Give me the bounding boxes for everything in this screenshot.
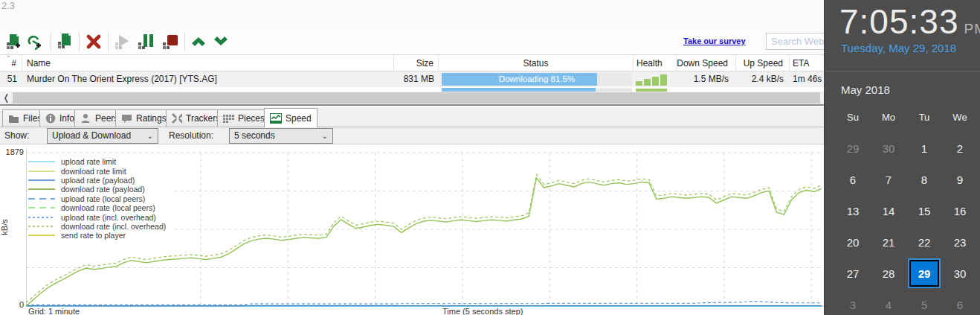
tab-label: Speed — [286, 113, 312, 124]
column-header-eta[interactable]: ETA — [790, 55, 824, 71]
torrent-name: Murder On The Orient Express (2017) [YTS… — [22, 71, 394, 87]
calendar-day[interactable]: 20 — [835, 226, 871, 258]
screen: 2.3 Take our sur — [0, 0, 980, 315]
chart-legend: upload rate limitdownload rate limituplo… — [28, 156, 174, 242]
scrollbar-thumb[interactable] — [13, 92, 820, 104]
speed-chart: 1879 0 kB/s upload rate limitdownload ra… — [0, 144, 824, 315]
column-header-health[interactable]: Health — [634, 55, 677, 71]
status-text: Downloading 81.5% — [442, 73, 632, 86]
add-torrent-button[interactable] — [4, 33, 22, 51]
info-icon — [45, 113, 56, 124]
legend-entry: download rate (payload) — [28, 185, 174, 194]
y-axis-max-label: 1879 — [0, 147, 24, 156]
legend-entry: download rate limit — [28, 166, 174, 175]
calendar-day[interactable]: 3 — [835, 289, 871, 315]
add-torrent-icon — [4, 33, 22, 51]
calendar-day[interactable]: 5 — [906, 289, 942, 315]
move-down-icon — [212, 33, 230, 51]
resolution-label: Resolution: — [169, 130, 213, 141]
weekday-label: Su — [835, 112, 871, 125]
tab-strip: Files Info Peers Ratings Trackers Pieces… — [0, 107, 824, 127]
calendar-day[interactable]: 16 — [942, 195, 978, 226]
column-header-number[interactable]: # — [0, 55, 22, 71]
resolution-dropdown[interactable]: 5 seconds ⌄ — [229, 128, 333, 144]
move-down-button[interactable] — [212, 33, 230, 51]
scroll-left-arrow-icon[interactable]: ❬ — [0, 92, 13, 104]
tab-ratings[interactable]: Ratings — [115, 109, 173, 127]
toolbar-separator — [79, 32, 80, 51]
calendar-day[interactable]: 4 — [871, 289, 906, 315]
toolbar-separator — [108, 32, 109, 51]
legend-label: download rate limit — [61, 167, 126, 176]
toolbar-separator — [184, 32, 185, 51]
move-up-button[interactable] — [190, 33, 207, 51]
tab-label: Pieces — [238, 113, 265, 124]
start-torrent-button[interactable] — [113, 33, 131, 51]
calendar-day[interactable]: 8 — [906, 164, 942, 195]
stop-icon — [161, 33, 179, 51]
calendar-day[interactable]: 28 — [871, 258, 906, 289]
full-date-link[interactable]: Tuesday, May 29, 2018 — [841, 42, 956, 54]
column-header-up-speed[interactable]: Up Speed — [736, 55, 790, 71]
horizontal-scrollbar[interactable]: ❬ — [0, 92, 824, 106]
y-axis-min-label: 0 — [0, 300, 24, 309]
column-header-down-speed[interactable]: Down Speed — [677, 55, 736, 71]
legend-label: upload rate (payload) — [61, 176, 135, 185]
calendar-day[interactable]: 6 — [942, 289, 978, 315]
calendar-day[interactable]: 9 — [942, 164, 978, 195]
legend-entry: download rate (local peers) — [28, 203, 174, 212]
calendar-day[interactable]: 14 — [871, 195, 906, 226]
show-dropdown[interactable]: Upload & Download ⌄ — [47, 128, 158, 144]
window-title-fragment: 2.3 — [1, 0, 15, 11]
calendar-day[interactable]: 15 — [906, 195, 942, 226]
weekday-label: We — [942, 112, 978, 125]
health-bars-icon — [636, 74, 668, 86]
pause-torrent-button[interactable] — [137, 33, 155, 51]
chevron-down-icon: ⌄ — [147, 129, 153, 143]
calendar-day[interactable]: 22 — [906, 226, 942, 258]
series-upload-rate-incl-overhead- — [26, 302, 822, 305]
calendar-day[interactable]: 27 — [835, 258, 871, 289]
grid-interval-label: Grid: 1 minute — [28, 307, 80, 315]
speed-controls: Show: Upload & Download ⌄ Resolution: 5 … — [0, 127, 824, 144]
column-header-name[interactable]: Name — [22, 55, 394, 71]
y-axis-unit-label: kB/s — [0, 212, 9, 242]
chevron-down-icon: ⌄ — [322, 129, 328, 143]
calendar-day[interactable]: 2 — [942, 133, 978, 164]
calendar-day[interactable]: 21 — [871, 226, 906, 258]
calendar-day[interactable]: 23 — [942, 226, 978, 258]
tab-label: Trackers — [186, 113, 220, 124]
tab-label: Ratings — [136, 113, 167, 124]
add-torrent-from-link-button[interactable] — [26, 33, 44, 51]
calendar-weekday-row: SuMoTuWe — [835, 112, 978, 125]
stop-torrent-button[interactable] — [161, 33, 179, 51]
tab-pieces[interactable]: Pieces — [217, 109, 271, 127]
calendar-day[interactable]: 13 — [835, 195, 871, 226]
calendar-day[interactable]: 1 — [906, 133, 942, 164]
eta-value: 1m 46s — [790, 71, 824, 87]
legend-label: download rate (payload) — [61, 185, 145, 194]
survey-link[interactable]: Take our survey — [683, 36, 746, 45]
trackers-icon — [172, 113, 182, 124]
table-row[interactable]: 51 Murder On The Orient Express (2017) [… — [0, 71, 824, 87]
tab-speed[interactable]: Speed — [264, 108, 317, 127]
calendar-day-selected[interactable]: 29 — [906, 258, 942, 289]
time-value: 7:05:33 — [839, 2, 958, 41]
progress-bar: Downloading 81.5% — [442, 73, 632, 86]
calendar-day[interactable]: 6 — [835, 164, 871, 195]
calendar-day[interactable]: 29 — [835, 133, 871, 164]
remove-torrent-button[interactable] — [85, 33, 103, 51]
calendar-month-title[interactable]: May 2018 — [841, 83, 890, 96]
add-link-icon — [26, 33, 44, 51]
create-torrent-button[interactable] — [56, 33, 74, 51]
calendar-day[interactable]: 30 — [942, 258, 978, 289]
weekday-label: Tu — [906, 112, 942, 125]
calendar-day[interactable]: 30 — [871, 133, 906, 164]
show-label: Show: — [4, 130, 29, 141]
show-dropdown-value: Upload & Download — [52, 130, 131, 141]
legend-label: upload rate (local peers) — [61, 194, 145, 203]
toolbar: Take our survey — [0, 30, 824, 54]
column-header-size[interactable]: Size — [394, 55, 439, 71]
calendar-day[interactable]: 7 — [871, 164, 906, 195]
column-header-status[interactable]: Status — [439, 55, 634, 71]
